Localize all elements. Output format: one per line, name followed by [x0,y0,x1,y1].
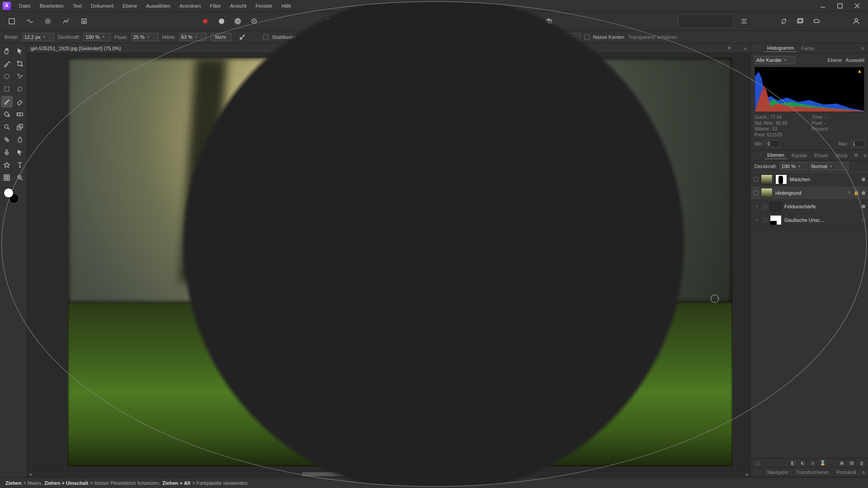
quick-mask-icon[interactable] [198,14,212,28]
add-pixel-layer-icon[interactable]: ▦ [848,460,855,466]
status-text-2: = letzten Pinselstrich fortsetzen. [90,480,160,486]
marquee-tool[interactable] [1,83,13,95]
add-adjustment-icon[interactable]: ◐ [799,460,807,466]
group-layers-icon[interactable]: ▣ [838,460,845,466]
layer-row[interactable]: Feldunschärfe [751,200,868,213]
hand-tool[interactable] [1,45,13,57]
layers-gear-icon[interactable]: ⚙ [852,152,860,158]
hscroll-right-icon[interactable]: ▸ [744,471,750,477]
cloud-sync-icon[interactable] [809,14,824,28]
flow-input[interactable]: 25 % [132,33,159,41]
menu-anordnen[interactable]: Anordnen [175,0,206,11]
selection-brush-tool[interactable] [1,70,13,82]
flood-select-tool[interactable] [14,70,26,82]
stat-toene: Töne: - [812,115,865,120]
menu-ebene[interactable]: Ebene [118,0,142,11]
window-close-button[interactable] [849,1,865,11]
foreground-color-swatch[interactable] [4,188,14,198]
tab-navigator[interactable]: Navigator [764,469,791,476]
erase-tool[interactable] [14,96,26,108]
opacity-input[interactable]: 100 % [84,33,111,41]
healing-tool[interactable] [1,134,13,145]
histogram-source-ebene[interactable]: Ebene [828,57,842,63]
svg-point-11 [237,20,239,22]
menu-hilfe[interactable]: Hilfe [277,0,296,11]
tab-transformieren[interactable]: Transformieren [793,469,832,476]
hist-max-input[interactable] [851,140,864,147]
layer-visibility-toggle[interactable] [862,205,865,208]
status-ziehen-shift: Ziehen + Umschalt [44,480,89,486]
move-tool[interactable] [14,45,26,57]
window-maximize-button[interactable] [832,1,848,11]
persona-liquify-button[interactable] [23,14,37,28]
layer-thumbnail[interactable] [770,215,782,225]
fill-tool[interactable] [1,108,13,120]
gradient-tool[interactable] [14,108,26,120]
tab-histogramm[interactable]: Histogramm [764,44,797,52]
menu-dokument[interactable]: Dokument [86,0,118,11]
histogram-panel-menu-icon[interactable]: ≡ [860,46,866,51]
document-tab[interactable]: girl-535251_1920.jpg [Geändert] (75.0%) [31,46,121,51]
add-fx-icon[interactable]: fx [809,460,816,466]
persona-develop-button[interactable] [41,14,55,28]
status-text-3: = Farbpipette verwenden. [192,480,249,486]
node-tool[interactable] [14,146,26,158]
histogram-panel-tabs: ⋮⋮ Histogramm Farbe ≡ [751,43,868,53]
freehand-select-tool[interactable] [14,83,26,95]
layers-panel-menu-icon[interactable]: ≡ [862,153,868,158]
menu-filter[interactable]: Filter [206,0,226,11]
tab-farbe[interactable]: Farbe [798,45,817,52]
add-mask-icon[interactable]: ◧ [789,460,797,466]
delete-layer-icon[interactable]: 🗑 [858,460,865,466]
menu-auswaehlen[interactable]: Auswählen [142,0,175,11]
shape-tool[interactable] [1,159,13,171]
menu-fenster[interactable]: Fenster [251,0,277,11]
document-title: girl-535251_1920.jpg [Geändert] (75.0%) [31,46,121,51]
mesh-warp-tool[interactable] [1,172,13,183]
menu-datei[interactable]: Datei [14,0,35,11]
crop-tool[interactable] [14,58,26,70]
nav-last-button[interactable] [720,16,732,27]
menu-bearbeiten[interactable]: Bearbeiten [35,0,68,11]
persona-export-button[interactable] [77,14,91,28]
color-picker-tool[interactable] [1,58,13,70]
pen-tool[interactable] [1,146,13,158]
add-live-filter-icon[interactable]: ⌛ [819,460,826,466]
layer-visibility-toggle[interactable] [862,191,865,195]
window-minimize-button[interactable] [815,1,831,11]
svg-point-10 [236,19,240,23]
paint-brush-tool[interactable] [1,96,13,108]
document-close-button[interactable]: ✕ [726,45,732,52]
sync-icon[interactable] [777,14,791,28]
layer-visibility-toggle[interactable] [862,178,865,181]
layer-filter-icon[interactable]: ▢ [754,460,761,466]
svg-rect-1 [838,4,842,8]
svg-point-36 [855,19,858,21]
align-icon[interactable] [737,14,751,28]
contrast-icon[interactable] [214,14,229,28]
bottom-panel-menu-icon[interactable]: ≡ [860,469,867,475]
dodge-tool[interactable] [1,121,13,133]
smudge-tool[interactable] [14,134,26,145]
menu-text[interactable]: Text [68,0,86,11]
layers-footer: ▢ ◧ ◐ fx ⌛ ▣ ▦ 🗑 [751,458,868,467]
nav-fwd-button[interactable] [693,16,705,27]
tab-protokoll[interactable]: Protokoll [834,469,859,476]
persona-photo-button[interactable] [5,14,19,28]
vscroll-up-icon[interactable]: ▴ [744,45,747,51]
layer-thumbnail[interactable] [770,202,782,211]
channels-select[interactable]: Alle Kanäle [755,56,795,64]
nav-back-button[interactable] [679,16,691,27]
nav-first-button[interactable] [707,16,718,27]
svg-point-7 [203,19,208,23]
stack-icon[interactable] [793,14,807,28]
width-input[interactable]: 12,2 px [23,33,54,41]
clone-tool[interactable] [14,121,26,133]
menu-ansicht[interactable]: Ansicht [226,0,251,11]
stat-pixel2: Pixel: - [812,121,865,126]
hscroll-left-icon[interactable]: ◂ [27,471,33,477]
persona-tonemap-button[interactable] [59,14,73,28]
account-icon[interactable] [849,14,863,28]
svg-line-46 [8,128,9,130]
histogram-source-auswahl[interactable]: Auswahl [845,57,864,63]
